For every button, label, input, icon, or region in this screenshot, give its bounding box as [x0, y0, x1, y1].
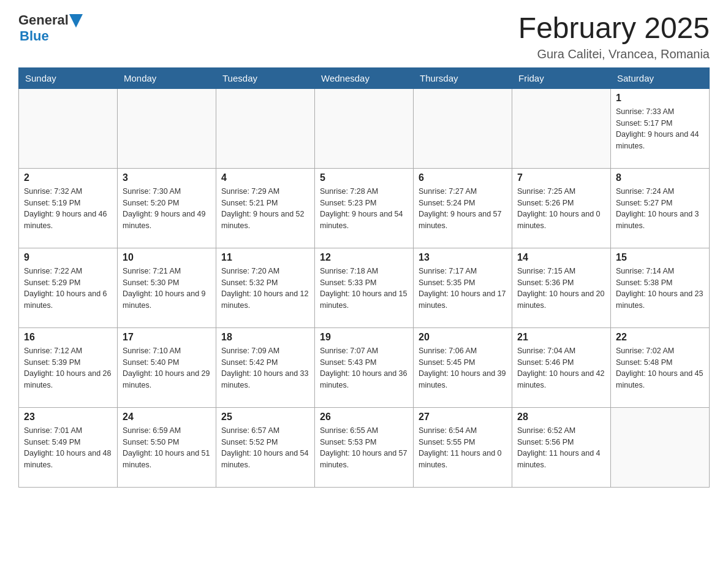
day-number: 10	[123, 252, 211, 263]
day-number: 22	[616, 332, 704, 343]
day-header-friday: Friday	[512, 67, 611, 88]
calendar-day-cell: 23Sunrise: 7:01 AMSunset: 5:49 PMDayligh…	[19, 407, 118, 487]
calendar-day-cell: 9Sunrise: 7:22 AMSunset: 5:29 PMDaylight…	[19, 248, 118, 327]
day-info: Sunrise: 7:09 AMSunset: 5:42 PMDaylight:…	[221, 345, 309, 391]
calendar-day-cell: 15Sunrise: 7:14 AMSunset: 5:38 PMDayligh…	[611, 248, 710, 327]
calendar-day-cell: 19Sunrise: 7:07 AMSunset: 5:43 PMDayligh…	[315, 327, 414, 407]
calendar-day-cell	[118, 88, 216, 168]
day-header-wednesday: Wednesday	[315, 67, 414, 88]
day-number: 6	[419, 172, 507, 183]
day-number: 21	[517, 332, 605, 343]
day-info: Sunrise: 7:24 AMSunset: 5:27 PMDaylight:…	[616, 186, 704, 232]
calendar-day-cell: 20Sunrise: 7:06 AMSunset: 5:45 PMDayligh…	[414, 327, 512, 407]
calendar-day-cell	[414, 88, 512, 168]
day-number: 2	[24, 172, 112, 183]
day-info: Sunrise: 7:22 AMSunset: 5:29 PMDaylight:…	[24, 266, 112, 312]
page-header: General Blue February 2025 Gura Calitei,…	[18, 12, 710, 61]
calendar-table: SundayMondayTuesdayWednesdayThursdayFrid…	[18, 67, 710, 488]
day-info: Sunrise: 7:01 AMSunset: 5:49 PMDaylight:…	[24, 425, 112, 471]
day-info: Sunrise: 7:07 AMSunset: 5:43 PMDaylight:…	[320, 345, 408, 391]
day-number: 11	[221, 252, 309, 263]
day-info: Sunrise: 7:30 AMSunset: 5:20 PMDaylight:…	[123, 186, 211, 232]
calendar-day-cell: 8Sunrise: 7:24 AMSunset: 5:27 PMDaylight…	[611, 168, 710, 248]
calendar-day-cell: 10Sunrise: 7:21 AMSunset: 5:30 PMDayligh…	[118, 248, 216, 327]
day-info: Sunrise: 7:04 AMSunset: 5:46 PMDaylight:…	[517, 345, 605, 391]
day-number: 9	[24, 252, 112, 263]
day-number: 1	[616, 93, 704, 104]
day-number: 20	[419, 332, 507, 343]
day-info: Sunrise: 7:06 AMSunset: 5:45 PMDaylight:…	[419, 345, 507, 391]
month-title: February 2025	[518, 12, 710, 45]
day-header-thursday: Thursday	[414, 67, 512, 88]
logo-blue-text: Blue	[20, 28, 49, 44]
day-info: Sunrise: 7:14 AMSunset: 5:38 PMDaylight:…	[616, 266, 704, 312]
day-header-saturday: Saturday	[611, 67, 710, 88]
day-info: Sunrise: 7:21 AMSunset: 5:30 PMDaylight:…	[123, 266, 211, 312]
day-number: 18	[221, 332, 309, 343]
day-info: Sunrise: 7:17 AMSunset: 5:35 PMDaylight:…	[419, 266, 507, 312]
calendar-day-cell: 12Sunrise: 7:18 AMSunset: 5:33 PMDayligh…	[315, 248, 414, 327]
day-number: 14	[517, 252, 605, 263]
calendar-day-cell: 2Sunrise: 7:32 AMSunset: 5:19 PMDaylight…	[19, 168, 118, 248]
day-number: 19	[320, 332, 408, 343]
day-number: 8	[616, 172, 704, 183]
calendar-day-cell: 14Sunrise: 7:15 AMSunset: 5:36 PMDayligh…	[512, 248, 611, 327]
calendar-day-cell: 6Sunrise: 7:27 AMSunset: 5:24 PMDaylight…	[414, 168, 512, 248]
day-number: 12	[320, 252, 408, 263]
location-text: Gura Calitei, Vrancea, Romania	[518, 47, 710, 61]
calendar-day-cell	[512, 88, 611, 168]
day-header-sunday: Sunday	[19, 67, 118, 88]
calendar-week-row: 9Sunrise: 7:22 AMSunset: 5:29 PMDaylight…	[19, 248, 710, 327]
calendar-header-row: SundayMondayTuesdayWednesdayThursdayFrid…	[19, 67, 710, 88]
calendar-day-cell: 28Sunrise: 6:52 AMSunset: 5:56 PMDayligh…	[512, 407, 611, 487]
title-area: February 2025 Gura Calitei, Vrancea, Rom…	[518, 12, 710, 61]
calendar-day-cell: 18Sunrise: 7:09 AMSunset: 5:42 PMDayligh…	[216, 327, 315, 407]
day-info: Sunrise: 7:29 AMSunset: 5:21 PMDaylight:…	[221, 186, 309, 232]
day-number: 26	[320, 412, 408, 423]
calendar-week-row: 16Sunrise: 7:12 AMSunset: 5:39 PMDayligh…	[19, 327, 710, 407]
logo-general-text: General	[18, 12, 69, 28]
day-info: Sunrise: 6:57 AMSunset: 5:52 PMDaylight:…	[221, 425, 309, 471]
calendar-day-cell: 7Sunrise: 7:25 AMSunset: 5:26 PMDaylight…	[512, 168, 611, 248]
day-number: 24	[123, 412, 211, 423]
day-number: 28	[517, 412, 605, 423]
logo: General Blue	[18, 12, 83, 44]
calendar-day-cell: 1Sunrise: 7:33 AMSunset: 5:17 PMDaylight…	[611, 88, 710, 168]
calendar-day-cell: 11Sunrise: 7:20 AMSunset: 5:32 PMDayligh…	[216, 248, 315, 327]
calendar-day-cell: 5Sunrise: 7:28 AMSunset: 5:23 PMDaylight…	[315, 168, 414, 248]
day-info: Sunrise: 7:32 AMSunset: 5:19 PMDaylight:…	[24, 186, 112, 232]
calendar-day-cell	[611, 407, 710, 487]
day-number: 23	[24, 412, 112, 423]
day-info: Sunrise: 6:52 AMSunset: 5:56 PMDaylight:…	[517, 425, 605, 471]
day-info: Sunrise: 7:15 AMSunset: 5:36 PMDaylight:…	[517, 266, 605, 312]
calendar-day-cell: 4Sunrise: 7:29 AMSunset: 5:21 PMDaylight…	[216, 168, 315, 248]
logo-triangle-icon	[69, 14, 83, 28]
day-number: 17	[123, 332, 211, 343]
day-info: Sunrise: 7:28 AMSunset: 5:23 PMDaylight:…	[320, 186, 408, 232]
calendar-day-cell: 21Sunrise: 7:04 AMSunset: 5:46 PMDayligh…	[512, 327, 611, 407]
calendar-day-cell: 13Sunrise: 7:17 AMSunset: 5:35 PMDayligh…	[414, 248, 512, 327]
day-info: Sunrise: 7:10 AMSunset: 5:40 PMDaylight:…	[123, 345, 211, 391]
day-info: Sunrise: 6:54 AMSunset: 5:55 PMDaylight:…	[419, 425, 507, 471]
day-info: Sunrise: 7:18 AMSunset: 5:33 PMDaylight:…	[320, 266, 408, 312]
day-header-monday: Monday	[118, 67, 216, 88]
calendar-day-cell: 17Sunrise: 7:10 AMSunset: 5:40 PMDayligh…	[118, 327, 216, 407]
calendar-week-row: 2Sunrise: 7:32 AMSunset: 5:19 PMDaylight…	[19, 168, 710, 248]
calendar-day-cell: 25Sunrise: 6:57 AMSunset: 5:52 PMDayligh…	[216, 407, 315, 487]
day-info: Sunrise: 7:02 AMSunset: 5:48 PMDaylight:…	[616, 345, 704, 391]
calendar-week-row: 23Sunrise: 7:01 AMSunset: 5:49 PMDayligh…	[19, 407, 710, 487]
day-header-tuesday: Tuesday	[216, 67, 315, 88]
calendar-day-cell: 26Sunrise: 6:55 AMSunset: 5:53 PMDayligh…	[315, 407, 414, 487]
day-info: Sunrise: 7:27 AMSunset: 5:24 PMDaylight:…	[419, 186, 507, 232]
day-number: 15	[616, 252, 704, 263]
calendar-day-cell	[315, 88, 414, 168]
calendar-week-row: 1Sunrise: 7:33 AMSunset: 5:17 PMDaylight…	[19, 88, 710, 168]
day-info: Sunrise: 7:12 AMSunset: 5:39 PMDaylight:…	[24, 345, 112, 391]
day-number: 27	[419, 412, 507, 423]
day-number: 25	[221, 412, 309, 423]
day-number: 16	[24, 332, 112, 343]
day-info: Sunrise: 7:33 AMSunset: 5:17 PMDaylight:…	[616, 106, 704, 152]
calendar-day-cell	[216, 88, 315, 168]
day-number: 4	[221, 172, 309, 183]
calendar-day-cell: 3Sunrise: 7:30 AMSunset: 5:20 PMDaylight…	[118, 168, 216, 248]
